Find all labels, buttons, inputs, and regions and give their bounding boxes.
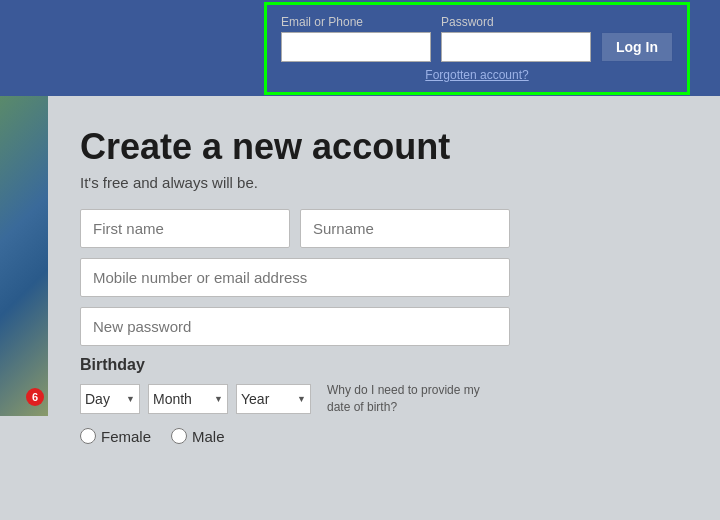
main-content: Create a new account It's free and alway… — [80, 116, 720, 445]
password-input[interactable] — [441, 32, 591, 62]
login-box: Email or Phone Password Log In Forgotten… — [264, 2, 690, 95]
female-radio[interactable] — [80, 428, 96, 444]
male-option[interactable]: Male — [171, 428, 225, 445]
male-radio[interactable] — [171, 428, 187, 444]
male-label: Male — [192, 428, 225, 445]
notification-badge: 6 — [26, 388, 44, 406]
birthday-label: Birthday — [80, 356, 720, 374]
day-select[interactable]: Day 12345 678910 1112131415 1617181920 2… — [80, 384, 140, 414]
month-select[interactable]: Month JanuaryFebruaryMarch AprilMayJune … — [148, 384, 228, 414]
page-subtitle: It's free and always will be. — [80, 174, 720, 191]
name-row — [80, 209, 720, 248]
female-label: Female — [101, 428, 151, 445]
email-label: Email or Phone — [281, 15, 431, 29]
password-label: Password — [441, 15, 591, 29]
email-field-group: Email or Phone — [281, 15, 431, 62]
first-name-input[interactable] — [80, 209, 290, 248]
email-input[interactable] — [281, 32, 431, 62]
login-button[interactable]: Log In — [601, 32, 673, 62]
new-password-input[interactable] — [80, 307, 510, 346]
mobile-email-input[interactable] — [80, 258, 510, 297]
birthday-row: Day 12345 678910 1112131415 1617181920 2… — [80, 382, 720, 416]
surname-input[interactable] — [300, 209, 510, 248]
birthday-why-text: Why do I need to provide my date of birt… — [327, 382, 487, 416]
year-select-wrapper: Year 202420232010 2000199019801970 — [236, 384, 311, 414]
year-select[interactable]: Year 202420232010 2000199019801970 — [236, 384, 311, 414]
mobile-row — [80, 258, 720, 297]
photo-strip: 6 n — [0, 96, 48, 520]
forgotten-account-link[interactable]: Forgotten account? — [281, 68, 673, 82]
profile-photo: 6 — [0, 96, 48, 416]
password-field-group: Password — [441, 15, 591, 62]
gender-row: Female Male — [80, 428, 720, 445]
day-select-wrapper: Day 12345 678910 1112131415 1617181920 2… — [80, 384, 140, 414]
password-row — [80, 307, 720, 346]
month-select-wrapper: Month JanuaryFebruaryMarch AprilMayJune … — [148, 384, 228, 414]
page-title: Create a new account — [80, 126, 720, 168]
female-option[interactable]: Female — [80, 428, 151, 445]
top-bar: Email or Phone Password Log In Forgotten… — [0, 0, 720, 96]
login-fields: Email or Phone Password Log In — [281, 15, 673, 62]
